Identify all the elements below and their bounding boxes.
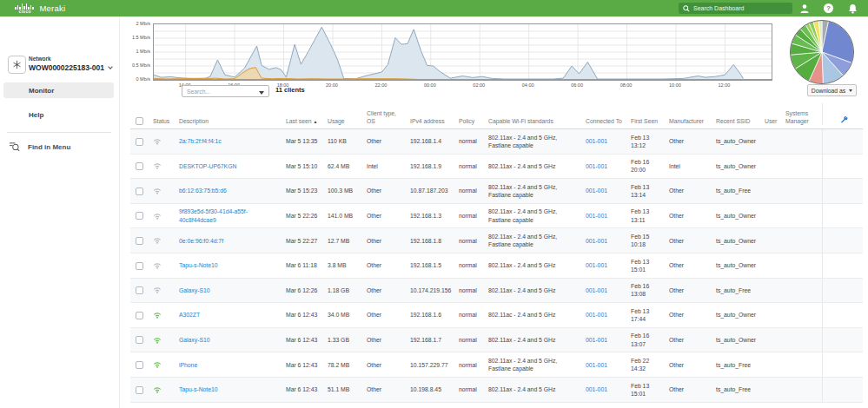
first-seen-cell: Feb 13 13:11 bbox=[626, 207, 664, 223]
network-selector[interactable]: WOW0000225183-001 bbox=[29, 63, 112, 72]
row-checkbox[interactable] bbox=[130, 187, 148, 195]
select-all-checkbox[interactable] bbox=[130, 116, 148, 125]
connected-to-link[interactable]: 001-001 bbox=[586, 163, 607, 169]
column-header-desc[interactable]: Description bbox=[174, 117, 281, 125]
usage-cell: 141.0 MB bbox=[322, 212, 361, 220]
help-button[interactable]: ? bbox=[823, 3, 834, 14]
description-cell: 9f893e5d-5f30-41d4-a55f-40c8f44dcae9 bbox=[174, 207, 281, 223]
last-seen-cell: Mar 6 12:26 bbox=[281, 286, 322, 294]
column-header-user[interactable]: User bbox=[759, 117, 780, 125]
table-row: A302ZT Mar 6 12:43 34.0 MB Other 192.168… bbox=[130, 303, 863, 328]
connected-to-link[interactable]: 001-001 bbox=[586, 287, 607, 293]
account-button[interactable] bbox=[798, 3, 810, 14]
client-link[interactable]: b6:12:63:75:b5:d6 bbox=[179, 188, 227, 194]
sidebar-divider bbox=[7, 132, 111, 133]
sidebar-item-help[interactable]: Help bbox=[3, 107, 114, 122]
policy-cell: normal bbox=[454, 385, 483, 393]
y-tick: 0 Mb/s bbox=[126, 76, 150, 82]
table-row: Galaxy-S10 Mar 6 12:26 1.18 GB Other 10.… bbox=[130, 279, 863, 304]
find-in-menu-button[interactable]: Find in Menu bbox=[9, 141, 70, 152]
capable-wifi-cell: 802.11ax - 2.4 and 5 GHz, Fastlane capab… bbox=[483, 357, 580, 372]
row-checkbox[interactable] bbox=[130, 162, 148, 171]
dashboard-search-input[interactable]: Search Dashboard bbox=[679, 3, 792, 14]
client-link[interactable]: A302ZT bbox=[179, 312, 200, 318]
connected-to-link[interactable]: 001-001 bbox=[586, 213, 607, 219]
column-config-button[interactable] bbox=[822, 103, 863, 125]
usage-pie-chart bbox=[788, 18, 856, 86]
column-header-first[interactable]: First Seen bbox=[626, 117, 664, 125]
cisco-meraki-logo[interactable]: cisco Meraki bbox=[15, 3, 65, 14]
usage-cell: 78.2 MB bbox=[322, 361, 361, 369]
connected-to-link[interactable]: 001-001 bbox=[586, 386, 607, 392]
wifi-status-icon bbox=[153, 213, 162, 220]
column-header-mfr[interactable]: Manufacturer bbox=[664, 117, 711, 125]
client-search-input[interactable]: Search... bbox=[182, 85, 269, 97]
ipv4-cell: 192.168.1.8 bbox=[405, 237, 454, 245]
client-link[interactable]: iPhone bbox=[179, 362, 197, 368]
wifi-status-icon bbox=[153, 286, 162, 293]
column-header-sm[interactable]: Systems Manager bbox=[780, 109, 822, 125]
connected-to-link[interactable]: 001-001 bbox=[586, 238, 607, 244]
last-seen-cell: Mar 5 22:26 bbox=[281, 212, 322, 220]
row-checkbox[interactable] bbox=[130, 261, 148, 270]
notifications-button[interactable] bbox=[847, 3, 858, 14]
row-spacer bbox=[822, 303, 863, 327]
recent-ssid-cell: ts_auto_Owner bbox=[711, 137, 759, 145]
client-type-cell: Other bbox=[361, 385, 405, 393]
column-header-policy[interactable]: Policy bbox=[454, 117, 483, 125]
download-as-button[interactable]: Download as bbox=[807, 84, 857, 96]
column-header-capable[interactable]: Capable Wi-Fi standards bbox=[483, 117, 580, 125]
chart-y-axis: 2 Mb/s1.5 Mb/s1 Mb/s0.5 Mb/s0 Mb/s bbox=[126, 0, 150, 87]
row-checkbox[interactable] bbox=[130, 385, 148, 394]
connected-to-link[interactable]: 001-001 bbox=[586, 188, 607, 194]
connected-to-link[interactable]: 001-001 bbox=[586, 337, 607, 343]
client-type-cell: Other bbox=[361, 286, 405, 294]
wifi-status-icon bbox=[153, 188, 162, 194]
row-checkbox[interactable] bbox=[130, 336, 148, 345]
client-link[interactable]: 9f893e5d-5f30-41d4-a55f-40c8f44dcae9 bbox=[179, 208, 248, 222]
row-checkbox[interactable] bbox=[130, 212, 148, 220]
policy-cell: normal bbox=[454, 162, 483, 170]
first-seen-cell: Feb 13 15:01 bbox=[626, 382, 664, 398]
table-row: 9f893e5d-5f30-41d4-a55f-40c8f44dcae9 Mar… bbox=[130, 204, 863, 229]
cisco-logo-icon: cisco bbox=[15, 3, 36, 14]
x-tick: 02:00 bbox=[464, 82, 494, 88]
client-link[interactable]: Tapu-s-Note10 bbox=[179, 386, 218, 392]
search-icon bbox=[683, 5, 690, 12]
policy-cell: normal bbox=[454, 212, 483, 220]
column-header-type[interactable]: Client type, OS bbox=[361, 109, 405, 125]
client-link[interactable]: 2a:7b:2f:f4:f4:1c bbox=[179, 138, 222, 144]
client-type-cell: Other bbox=[361, 261, 405, 269]
client-link[interactable]: Galaxy-S10 bbox=[179, 337, 210, 343]
column-header-usage[interactable]: Usage bbox=[322, 117, 361, 125]
connected-to-link[interactable]: 001-001 bbox=[586, 138, 607, 144]
client-link[interactable]: 0e:0e:96:f0:4d:7f bbox=[179, 238, 223, 244]
description-cell: Galaxy-S10 bbox=[174, 336, 281, 344]
row-checkbox[interactable] bbox=[130, 236, 148, 245]
connected-to-link[interactable]: 001-001 bbox=[586, 262, 607, 268]
column-header-ipv4[interactable]: IPv4 address bbox=[405, 117, 454, 125]
row-checkbox[interactable] bbox=[130, 286, 148, 295]
client-link[interactable]: Tapu-s-Note10 bbox=[179, 262, 218, 268]
client-link[interactable]: Galaxy-S10 bbox=[179, 287, 210, 293]
connected-to-link[interactable]: 001-001 bbox=[586, 362, 607, 368]
connected-to-link[interactable]: 001-001 bbox=[586, 312, 607, 318]
row-checkbox[interactable] bbox=[130, 360, 148, 369]
row-checkbox[interactable] bbox=[130, 137, 148, 146]
row-spacer bbox=[822, 129, 863, 154]
manufacturer-cell: Intel bbox=[664, 162, 711, 170]
status-cell bbox=[148, 213, 174, 220]
y-tick: 0.5 Mb/s bbox=[126, 63, 150, 68]
client-link[interactable]: DESKTOP-UP67KGN bbox=[179, 163, 236, 169]
column-header-conn[interactable]: Connected To bbox=[580, 117, 626, 125]
status-cell bbox=[148, 312, 174, 319]
column-header-last[interactable]: Last seen▲ bbox=[281, 117, 322, 125]
status-cell bbox=[148, 262, 174, 269]
last-seen-cell: Mar 5 22:27 bbox=[281, 237, 322, 245]
connected-to-cell: 001-001 bbox=[580, 361, 626, 369]
description-cell: DESKTOP-UP67KGN bbox=[174, 162, 281, 170]
row-checkbox[interactable] bbox=[130, 311, 148, 319]
column-header-status[interactable]: Status bbox=[148, 117, 174, 125]
column-header-ssid[interactable]: Recent SSID bbox=[711, 117, 759, 125]
table-row: Galaxy-S10 Mar 6 12:43 1.33 GB Other 192… bbox=[130, 328, 863, 353]
